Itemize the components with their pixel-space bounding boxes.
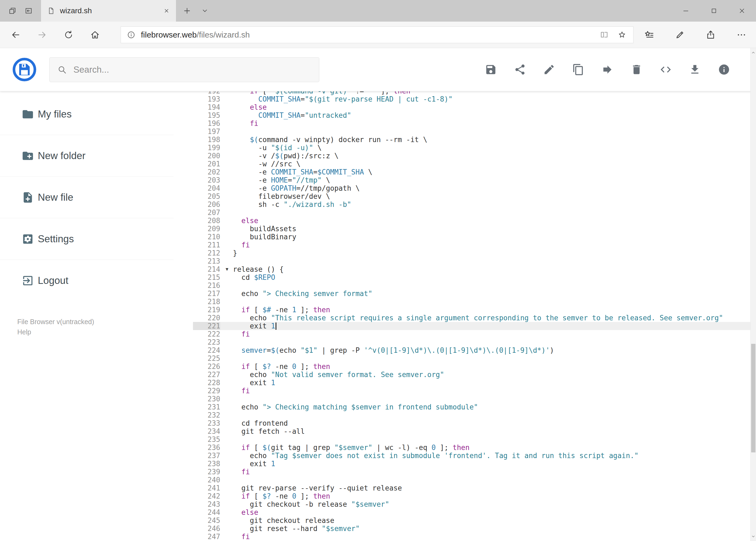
code-line[interactable]: 229 fi bbox=[193, 387, 756, 395]
code-line[interactable]: 245 git checkout release bbox=[193, 516, 756, 525]
code-line[interactable]: 240 bbox=[193, 476, 756, 484]
code-line[interactable]: 203 -e HOME="//tmp" \ bbox=[193, 176, 756, 184]
refresh-button[interactable] bbox=[61, 27, 76, 42]
hub-button[interactable] bbox=[641, 27, 657, 42]
code-line[interactable]: 232 bbox=[193, 411, 756, 419]
code-line[interactable]: 207 bbox=[193, 209, 756, 217]
code-line[interactable]: 200 -v /$(pwd):/src:z \ bbox=[193, 152, 756, 160]
code-line[interactable]: 209 buildAssets bbox=[193, 225, 756, 233]
filebrowser-logo-icon[interactable] bbox=[12, 57, 37, 82]
address-bar[interactable]: filebrowser.web/files/wizard.sh bbox=[121, 26, 633, 43]
code-line[interactable]: 222 fi bbox=[193, 330, 756, 338]
code-line[interactable]: 217 echo "> Checking semver format" bbox=[193, 289, 756, 297]
code-line[interactable]: 238 exit 1 bbox=[193, 460, 756, 468]
code-line[interactable]: 208 else bbox=[193, 217, 756, 225]
code-line[interactable]: 242 if [ $? -ne 0 ]; then bbox=[193, 492, 756, 500]
code-line[interactable]: 197 bbox=[193, 128, 756, 136]
search-input[interactable] bbox=[74, 65, 312, 75]
code-line[interactable]: 220 echo "This release script requires a… bbox=[193, 314, 756, 322]
rename-button[interactable] bbox=[543, 64, 555, 76]
scrollbar-thumb[interactable] bbox=[751, 344, 755, 452]
code-line[interactable]: 223 bbox=[193, 338, 756, 346]
home-button[interactable] bbox=[88, 27, 103, 42]
close-button[interactable] bbox=[728, 0, 756, 22]
code-line[interactable]: 239 fi bbox=[193, 468, 756, 476]
tab-preview-button[interactable] bbox=[21, 0, 37, 22]
code-line[interactable]: 241 git rev-parse --verify --quiet relea… bbox=[193, 484, 756, 492]
save-button[interactable] bbox=[485, 64, 497, 76]
code-line[interactable]: 211 fi bbox=[193, 241, 756, 249]
code-line[interactable]: 231 echo "> Checking matching $semver in… bbox=[193, 403, 756, 411]
code-line[interactable]: 221 exit 1 bbox=[193, 322, 756, 330]
code-line[interactable]: 201 -w //src \ bbox=[193, 160, 756, 168]
code-line[interactable]: 202 -e COMMIT_SHA=$COMMIT_SHA \ bbox=[193, 168, 756, 176]
share-file-button[interactable] bbox=[514, 64, 526, 76]
copy-button[interactable] bbox=[572, 64, 584, 76]
more-menu-button[interactable] bbox=[734, 27, 749, 42]
code-line[interactable]: 224 semver=$(echo "$1" | grep -P '^v(0|[… bbox=[193, 346, 756, 354]
code-editor[interactable]: 192 if [ "$(command -v git)" != "" ]; th… bbox=[193, 91, 756, 541]
code-line[interactable]: 213 bbox=[193, 257, 756, 265]
code-line[interactable]: 237 echo "Tag $semver does not exist in … bbox=[193, 452, 756, 460]
code-line[interactable]: 243 git checkout -b release "$semver" bbox=[193, 500, 756, 508]
code-line[interactable]: 246 git reset --hard "$semver" bbox=[193, 525, 756, 533]
new-tab-button[interactable] bbox=[177, 0, 196, 22]
minimize-button[interactable] bbox=[672, 0, 700, 22]
delete-button[interactable] bbox=[630, 64, 642, 76]
sidebar-item-new-file[interactable]: New file bbox=[0, 177, 173, 218]
tab-close-icon[interactable] bbox=[163, 7, 170, 14]
code-line[interactable]: 215 cd $REPO bbox=[193, 273, 756, 281]
reading-view-button[interactable] bbox=[599, 29, 610, 40]
code-line[interactable]: 233 cd frontend bbox=[193, 419, 756, 427]
help-link[interactable]: Help bbox=[17, 327, 193, 337]
code-line[interactable]: 212} bbox=[193, 249, 756, 257]
source-view-button[interactable] bbox=[660, 64, 672, 76]
code-line[interactable]: 226 if [ $? -ne 0 ]; then bbox=[193, 362, 756, 370]
back-button[interactable] bbox=[8, 27, 23, 42]
code-line[interactable]: 236 if [ $(git tag | grep "$semver" | wc… bbox=[193, 443, 756, 452]
code-line[interactable]: 214▾release () { bbox=[193, 265, 756, 273]
code-line[interactable]: 199 -u "$(id -u)" \ bbox=[193, 144, 756, 152]
code-line[interactable]: 228 exit 1 bbox=[193, 379, 756, 387]
code-line[interactable]: 225 bbox=[193, 354, 756, 362]
code-line[interactable]: 193 COMMIT_SHA="$(git rev-parse HEAD | c… bbox=[193, 95, 756, 103]
code-line[interactable]: 205 filebrowser/dev \ bbox=[193, 192, 756, 201]
maximize-button[interactable] bbox=[700, 0, 728, 22]
scroll-up-button[interactable] bbox=[751, 48, 756, 57]
sidebar-item-new-folder[interactable]: New folder bbox=[0, 135, 173, 177]
code-line[interactable]: 230 bbox=[193, 395, 756, 403]
code-line[interactable]: 234 git fetch --all bbox=[193, 427, 756, 435]
sidebar-item-settings[interactable]: Settings bbox=[0, 218, 173, 260]
code-line[interactable]: 247 fi bbox=[193, 533, 756, 541]
code-line[interactable]: 195 COMMIT_SHA="untracked" bbox=[193, 111, 756, 119]
site-info-icon[interactable] bbox=[127, 31, 135, 39]
info-button[interactable] bbox=[718, 64, 730, 76]
scrollbar[interactable] bbox=[750, 48, 756, 541]
tabs-aside-button[interactable] bbox=[4, 0, 21, 22]
share-button[interactable] bbox=[703, 27, 718, 42]
code-line[interactable]: 210 buildBinary bbox=[193, 233, 756, 241]
code-line[interactable]: 216 bbox=[193, 281, 756, 289]
code-line[interactable]: 227 echo "Not valid semver format. See s… bbox=[193, 370, 756, 379]
code-line[interactable]: 206 sh -c "./wizard.sh -b" bbox=[193, 201, 756, 209]
favorite-button[interactable] bbox=[617, 29, 627, 40]
code-line[interactable]: 196 fi bbox=[193, 119, 756, 128]
browser-tab[interactable]: wizard.sh bbox=[41, 0, 176, 22]
forward-button[interactable] bbox=[35, 27, 50, 42]
tab-list-button[interactable] bbox=[196, 0, 213, 22]
scroll-down-button[interactable] bbox=[751, 532, 756, 541]
code-line[interactable]: 204 -e GOPATH=//tmp/gopath \ bbox=[193, 184, 756, 192]
sidebar-item-logout[interactable]: Logout bbox=[0, 260, 173, 301]
code-line[interactable]: 198 $(command -v winpty) docker run --rm… bbox=[193, 136, 756, 144]
code-line[interactable]: 219 if [ $# -ne 1 ]; then bbox=[193, 306, 756, 314]
code-line[interactable]: 194 else bbox=[193, 103, 756, 111]
web-note-button[interactable] bbox=[672, 27, 687, 42]
fold-arrow-icon[interactable]: ▾ bbox=[226, 265, 228, 273]
sidebar-item-my-files[interactable]: My files bbox=[0, 94, 173, 135]
search-box[interactable] bbox=[49, 57, 319, 82]
code-line[interactable]: 192 if [ "$(command -v git)" != "" ]; th… bbox=[193, 91, 756, 95]
code-line[interactable]: 244 else bbox=[193, 508, 756, 516]
code-line[interactable]: 235 bbox=[193, 435, 756, 443]
code-line[interactable]: 218 bbox=[193, 297, 756, 306]
move-button[interactable] bbox=[601, 64, 614, 76]
